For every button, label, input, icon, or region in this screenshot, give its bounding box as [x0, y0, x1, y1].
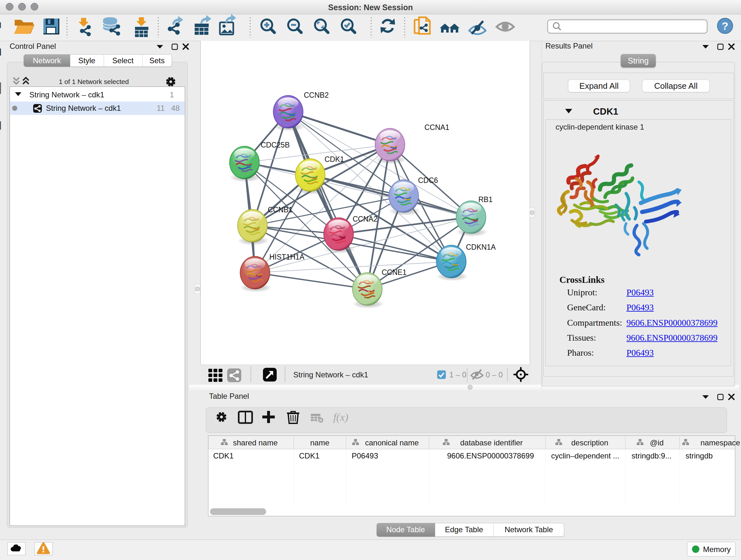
svg-text:CCNB2: CCNB2	[304, 91, 329, 99]
svg-text:CCNE1: CCNE1	[382, 268, 407, 276]
svg-text:RB1: RB1	[478, 195, 493, 204]
svg-text:CCNB1: CCNB1	[268, 206, 293, 214]
svg-text:CDKN1A: CDKN1A	[466, 243, 496, 251]
svg-text:CDK1: CDK1	[325, 155, 344, 164]
svg-text:HIST1H1A: HIST1H1A	[269, 253, 305, 261]
svg-text:CCNA2: CCNA2	[353, 215, 378, 223]
svg-text:CDC25B: CDC25B	[261, 141, 290, 149]
svg-text:CCNA1: CCNA1	[424, 123, 449, 132]
svg-text:?: ?	[722, 20, 729, 32]
svg-text:CDC6: CDC6	[418, 176, 438, 185]
